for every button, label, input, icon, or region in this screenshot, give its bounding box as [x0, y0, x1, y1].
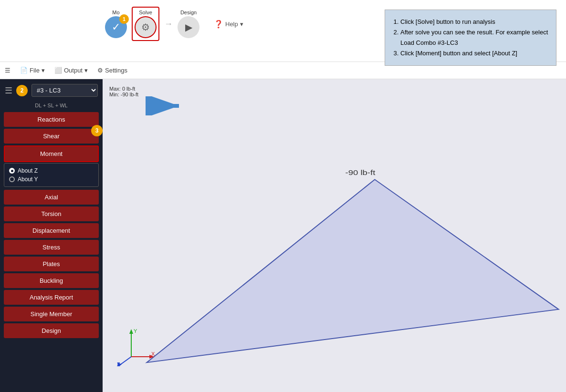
moment-button[interactable]: Moment	[4, 145, 99, 162]
load-combo-badge: 2	[16, 85, 28, 96]
settings-icon: ⚙	[97, 67, 103, 74]
model-group: Mo ✓ 1	[105, 10, 127, 38]
output-chevron: ▾	[84, 67, 88, 74]
about-z-radio-dot	[11, 170, 13, 172]
hamburger-icon: ☰	[5, 67, 10, 74]
help-button[interactable]: ❓ Help ▾	[214, 20, 243, 29]
app-frame: ☰ 📄 File ▾ ⬜ Output ▾ ⚙ Settings ☰ 2 #3 …	[0, 62, 566, 392]
torsion-button[interactable]: Torsion	[4, 206, 99, 221]
reactions-button[interactable]: Reactions	[4, 112, 99, 127]
triangle-diagram: -90 lb-ft	[103, 79, 566, 392]
instruction-box: Click [Solve] button to run analysis Aft…	[385, 10, 556, 66]
svg-marker-2	[147, 179, 558, 362]
displacement-button[interactable]: Displacement	[4, 223, 99, 238]
output-menu[interactable]: ⬜ Output ▾	[54, 67, 88, 74]
file-menu[interactable]: 📄 File ▾	[20, 67, 45, 74]
about-z-label: About Z	[18, 167, 38, 174]
about-y-label: About Y	[18, 176, 38, 183]
about-y-radio[interactable]	[9, 176, 15, 182]
svg-marker-5	[129, 329, 133, 334]
svg-text:Z: Z	[117, 361, 120, 366]
sidebar-header: ☰ 2 #3 - LC3 #1 - LC1 #2 - LC2	[0, 79, 103, 102]
help-chevron: ▾	[240, 21, 243, 28]
file-icon: 📄	[20, 67, 28, 74]
svg-text:Y: Y	[134, 328, 137, 334]
sidebar-hamburger[interactable]: ☰	[5, 85, 12, 96]
shear-button[interactable]: Shear	[4, 129, 99, 144]
stress-button[interactable]: Stress	[4, 240, 99, 255]
axial-button[interactable]: Axial	[4, 190, 99, 205]
settings-menu[interactable]: ⚙ Settings	[97, 67, 127, 74]
instruction-1: Click [Solve] button to run analysis	[400, 17, 548, 27]
shear-badge: 3	[91, 125, 103, 136]
instruction-3: Click [Moment] button and select [About …	[400, 48, 548, 59]
about-z-option[interactable]: About Z	[9, 166, 94, 175]
design-label: Design	[180, 10, 197, 15]
buckling-button[interactable]: Buckling	[4, 273, 99, 288]
design-sidebar-button[interactable]: Design	[4, 323, 99, 338]
solve-label: Solve	[139, 10, 152, 15]
help-label: Help	[225, 21, 238, 28]
viewport: Max: 0 lb-ft Min: -90 lb-ft	[103, 79, 566, 392]
model-button[interactable]: ✓ 1	[105, 16, 127, 38]
output-label: Output	[64, 67, 83, 74]
svg-text:-90 lb-ft: -90 lb-ft	[346, 168, 376, 176]
model-label: Mo	[112, 10, 119, 15]
analysis-report-button[interactable]: Analysis Report	[4, 290, 99, 305]
sidebar: ☰ 2 #3 - LC3 #1 - LC1 #2 - LC2 DL + SL +…	[0, 79, 103, 392]
axes-widget: Y X Z	[117, 328, 155, 368]
hamburger-menu[interactable]: ☰	[5, 67, 10, 74]
badge-1: 1	[119, 14, 129, 24]
shear-container: Shear 3	[4, 129, 99, 144]
solve-button[interactable]: ⚙	[135, 16, 157, 38]
moment-container: Moment	[4, 145, 99, 162]
design-button[interactable]: ▶	[178, 16, 199, 38]
about-z-radio[interactable]	[9, 168, 15, 174]
single-member-button[interactable]: Single Member	[4, 307, 99, 321]
settings-label: Settings	[105, 67, 127, 74]
load-combo-select[interactable]: #3 - LC3 #1 - LC1 #2 - LC2	[31, 84, 98, 97]
content-area: ☰ 2 #3 - LC3 #1 - LC1 #2 - LC2 DL + SL +…	[0, 79, 566, 392]
instruction-2: After solve you can see the result. For …	[400, 27, 548, 48]
svg-text:X: X	[151, 351, 155, 357]
svg-line-10	[119, 357, 131, 365]
plates-button[interactable]: Plates	[4, 257, 99, 271]
solve-group: Solve ⚙	[135, 10, 157, 38]
arrow-icon: →	[164, 19, 173, 29]
file-label: File	[30, 67, 40, 74]
moment-sub-panel: About Z About Y	[4, 163, 99, 187]
output-icon: ⬜	[54, 67, 62, 74]
about-y-option[interactable]: About Y	[9, 175, 94, 184]
combo-description: DL + SL + WL	[0, 102, 103, 111]
solve-border: Solve ⚙	[132, 7, 159, 41]
file-chevron: ▾	[42, 67, 45, 74]
design-group: Design ▶	[178, 10, 199, 38]
